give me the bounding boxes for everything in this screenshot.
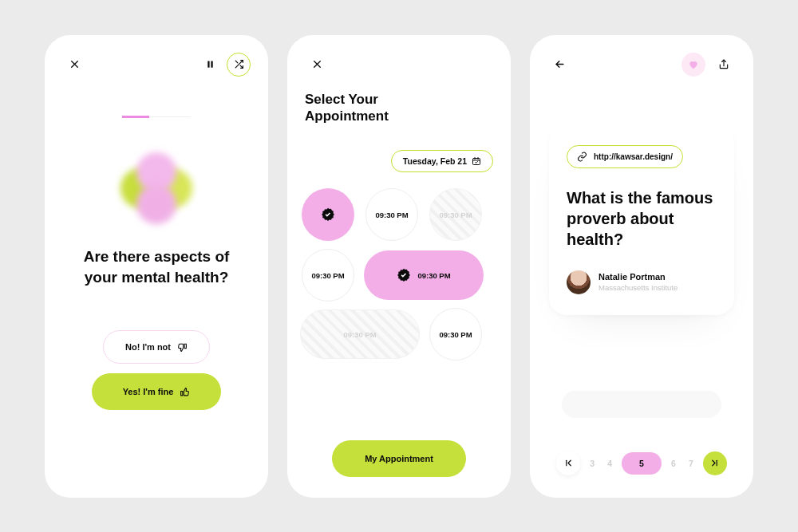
link-text: http://kawsar.design/ — [594, 152, 673, 161]
screen-appointment: Select Your Appointment Tuesday, Feb 21 … — [287, 35, 511, 498]
time-slot-selected[interactable] — [302, 188, 354, 241]
page-number[interactable]: 6 — [668, 452, 679, 475]
shuffle-button[interactable] — [227, 53, 251, 77]
svg-rect-2 — [473, 159, 480, 165]
time-slot-disabled: 09:30 PM — [429, 188, 482, 241]
screen-question: Are there aspects of your mental health?… — [45, 35, 268, 498]
progress-bar — [122, 116, 191, 118]
link-icon — [577, 152, 587, 162]
author-block: Natalie Portman Massachusetts Institute — [567, 270, 717, 294]
last-page-button[interactable] — [703, 451, 727, 475]
close-icon — [69, 59, 80, 69]
cta-label: My Appointment — [365, 454, 433, 463]
slot-time: 09:30 PM — [439, 211, 472, 219]
svg-rect-0 — [207, 61, 209, 67]
time-slot[interactable]: 09:30 PM — [365, 188, 418, 241]
time-slots: 09:30 PM 09:30 PM 09:30 PM 09:30 PM 09:3… — [295, 188, 503, 361]
answer-yes-button[interactable]: Yes! I'm fine — [92, 373, 221, 410]
screen2-top-bar — [305, 53, 493, 77]
page-number[interactable]: 7 — [685, 452, 697, 475]
slot-time: 09:30 PM — [375, 211, 408, 219]
screen3-top-bar — [547, 53, 736, 77]
close-icon — [312, 59, 322, 69]
page-number[interactable]: 3 — [587, 452, 598, 475]
arrow-left-icon — [554, 58, 566, 70]
heart-icon — [688, 59, 699, 70]
time-slot[interactable]: 09:30 PM — [429, 308, 482, 361]
svg-rect-1 — [211, 61, 212, 67]
time-slot-selected-wide[interactable]: 09:30 PM — [364, 250, 484, 300]
screen1-top-bar — [62, 53, 251, 77]
verified-badge-icon — [397, 268, 411, 282]
no-label: No! I'm not — [125, 342, 171, 352]
yes-label: Yes! I'm fine — [123, 387, 174, 396]
author-affiliation: Massachusetts Institute — [598, 283, 678, 292]
last-page-icon — [709, 458, 720, 468]
time-slot[interactable]: 09:30 PM — [302, 249, 354, 301]
answer-no-button[interactable]: No! I'm not — [103, 330, 210, 364]
page-number[interactable]: 4 — [604, 452, 615, 475]
title-line-1: Select Your — [305, 92, 378, 107]
back-button[interactable] — [547, 53, 571, 77]
date-label: Tuesday, Feb 21 — [403, 156, 467, 166]
share-icon — [718, 59, 729, 70]
slot-time: 09:30 PM — [439, 330, 472, 339]
pause-icon — [206, 60, 215, 69]
close-button[interactable] — [305, 53, 329, 77]
page-title: Select Your Appointment — [305, 91, 493, 125]
author-avatar — [567, 270, 591, 294]
slot-time: 09:30 PM — [311, 271, 344, 280]
close-button[interactable] — [62, 53, 86, 77]
author-name: Natalie Portman — [598, 272, 678, 282]
verified-badge-icon — [321, 207, 335, 222]
share-button[interactable] — [712, 53, 736, 77]
calendar-icon — [472, 156, 481, 166]
first-page-button[interactable] — [556, 451, 580, 475]
article-question: What is the famous proverb about health? — [567, 187, 717, 250]
source-link-chip[interactable]: http://kawsar.design/ — [567, 145, 683, 168]
title-line-2: Appointment — [305, 108, 389, 124]
slot-time: 09:30 PM — [417, 271, 450, 280]
pause-button[interactable] — [198, 53, 222, 77]
screen-article: http://kawsar.design/ What is the famous… — [530, 35, 753, 498]
question-text: Are there aspects of your mental health? — [62, 246, 251, 287]
first-page-icon — [563, 458, 574, 468]
thumbs-down-icon — [177, 342, 188, 353]
favorite-button[interactable] — [681, 53, 705, 77]
date-picker-chip[interactable]: Tuesday, Feb 21 — [391, 150, 493, 172]
decorative-blob — [120, 152, 192, 224]
shuffle-icon — [234, 59, 244, 69]
page-number-current[interactable]: 5 — [622, 452, 662, 475]
pagination: 3 4 5 6 7 — [530, 451, 753, 475]
card-stack-shadow — [562, 391, 721, 418]
time-slot-disabled-wide: 09:30 PM — [300, 309, 420, 359]
my-appointment-button[interactable]: My Appointment — [332, 440, 466, 477]
slot-time: 09:30 PM — [343, 330, 376, 339]
article-card: http://kawsar.design/ What is the famous… — [549, 126, 734, 315]
thumbs-up-icon — [180, 387, 190, 397]
